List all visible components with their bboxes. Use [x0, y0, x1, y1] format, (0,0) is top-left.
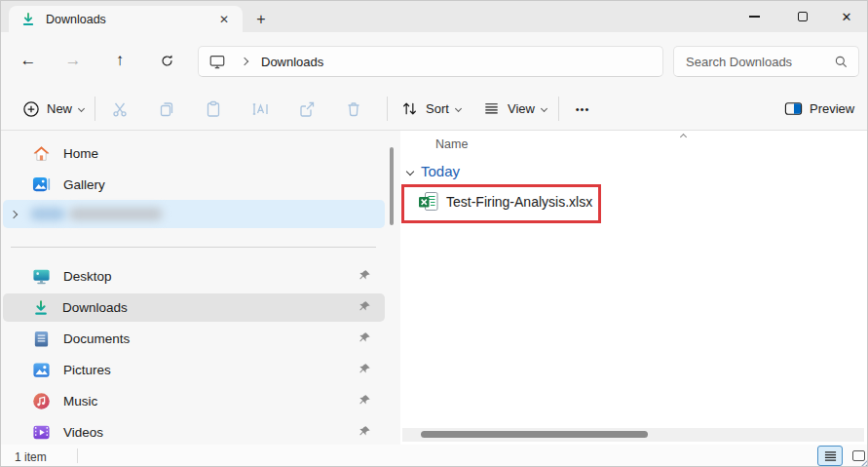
view-icon [482, 99, 501, 118]
sidebar-scrollbar[interactable] [390, 147, 394, 225]
collapse-chevron-icon[interactable] [406, 167, 414, 175]
address-bar[interactable]: Downloads [198, 46, 663, 77]
group-header-today[interactable]: Today [407, 163, 460, 179]
sidebar-item-documents[interactable]: Documents [3, 325, 385, 353]
share-button[interactable] [290, 94, 323, 124]
copy-button[interactable] [150, 94, 183, 124]
sort-icon [400, 99, 419, 118]
breadcrumb-location[interactable]: Downloads [261, 55, 323, 69]
trash-icon [344, 99, 363, 119]
sidebar-item-label: Gallery [63, 177, 105, 192]
gallery-icon [32, 175, 51, 194]
music-icon [32, 392, 51, 410]
new-button[interactable]: New [15, 93, 92, 125]
command-toolbar: New [1, 87, 868, 131]
minimize-button[interactable] [732, 1, 776, 32]
sidebar-item-gallery[interactable]: Gallery [3, 171, 385, 199]
horizontal-scrollbar-thumb[interactable] [421, 431, 648, 438]
close-icon: ✕ [842, 10, 852, 24]
sidebar-separator [11, 247, 376, 248]
preview-toggle[interactable]: Preview [776, 93, 862, 125]
chevron-down-icon [78, 105, 85, 112]
pin-icon [359, 425, 371, 438]
sidebar-item-videos[interactable]: Videos [3, 418, 385, 447]
paste-icon [204, 99, 223, 119]
redacted-label [30, 208, 163, 220]
preview-pane-icon [784, 99, 803, 118]
sidebar-item-label: Desktop [63, 269, 112, 284]
sidebar-item-pictures[interactable]: Pictures [3, 356, 385, 384]
pin-icon [359, 394, 371, 407]
sidebar-item-label: Documents [63, 331, 130, 346]
tab-title: Downloads [46, 13, 213, 26]
sidebar-item-desktop[interactable]: Desktop [3, 262, 385, 291]
cut-icon [110, 99, 130, 119]
paste-button[interactable] [197, 94, 230, 124]
desktop-icon [32, 267, 51, 286]
tab-close-icon[interactable]: ✕ [213, 9, 235, 30]
chevron-down-icon [455, 105, 462, 112]
sidebar-item-label: Home [63, 146, 98, 161]
expand-chevron-icon[interactable] [10, 210, 18, 217]
new-plus-icon [22, 100, 40, 118]
sidebar-item-home[interactable]: Home [3, 139, 385, 168]
close-button[interactable]: ✕ [824, 1, 868, 32]
file-list-pane [400, 131, 868, 445]
documents-icon [32, 330, 51, 348]
videos-icon [32, 423, 51, 442]
search-icon [834, 55, 849, 69]
downloads-icon [20, 12, 36, 27]
up-button[interactable]: ↑ [104, 46, 135, 75]
sidebar-item-label: Pictures [63, 363, 111, 377]
refresh-button[interactable] [151, 46, 182, 75]
this-pc-icon [208, 53, 226, 70]
home-icon [32, 144, 51, 163]
annotation-highlight-box [401, 184, 601, 223]
sidebar-item-redacted[interactable] [3, 200, 385, 228]
status-divider [77, 448, 78, 463]
column-header-name[interactable]: Name [435, 137, 468, 151]
new-button-label: New [47, 101, 72, 116]
sidebar-item-label: Videos [63, 425, 103, 440]
item-count: 1 item [15, 450, 47, 464]
copy-icon [157, 99, 176, 119]
group-header-label: Today [421, 163, 460, 179]
pin-icon [359, 331, 371, 344]
pin-icon [359, 269, 371, 282]
minimize-icon [749, 16, 760, 17]
maximize-icon [798, 12, 808, 21]
refresh-icon [159, 53, 175, 69]
sidebar-item-label: Downloads [62, 300, 128, 315]
sidebar-item-music[interactable]: Music [3, 387, 385, 415]
pin-icon [359, 300, 371, 313]
search-input[interactable]: Search Downloads [673, 46, 859, 77]
share-icon [297, 99, 317, 119]
search-placeholder: Search Downloads [686, 55, 792, 69]
file-explorer-window: Downloads ✕ + ✕ ← → ↑ [0, 0, 868, 467]
rename-icon [250, 99, 270, 119]
details-view-button[interactable] [817, 446, 843, 466]
more-icon: ••• [576, 103, 590, 115]
status-bar: 1 item [1, 445, 868, 467]
see-more-button[interactable]: ••• [566, 94, 599, 124]
pin-icon [359, 363, 371, 375]
tab-downloads[interactable]: Downloads ✕ [9, 6, 243, 32]
sort-button-label: Sort [426, 101, 449, 116]
back-button[interactable]: ← [13, 46, 44, 75]
view-button[interactable]: View [474, 93, 554, 125]
delete-button[interactable] [337, 94, 370, 124]
new-tab-button[interactable]: + [248, 9, 274, 30]
maximize-button[interactable] [780, 1, 825, 32]
rename-button[interactable] [244, 94, 277, 124]
pictures-icon [32, 361, 51, 379]
forward-button[interactable]: → [57, 46, 89, 75]
view-button-label: View [508, 101, 535, 116]
downloads-icon [32, 299, 50, 317]
sidebar-item-downloads[interactable]: Downloads [3, 293, 385, 322]
sort-button[interactable]: Sort [393, 93, 469, 125]
resize-grip-icon[interactable] [860, 459, 868, 467]
preview-label: Preview [810, 101, 854, 116]
cut-button[interactable] [103, 94, 136, 124]
sidebar-item-label: Music [63, 394, 97, 409]
breadcrumb-chevron-icon[interactable] [241, 58, 248, 65]
